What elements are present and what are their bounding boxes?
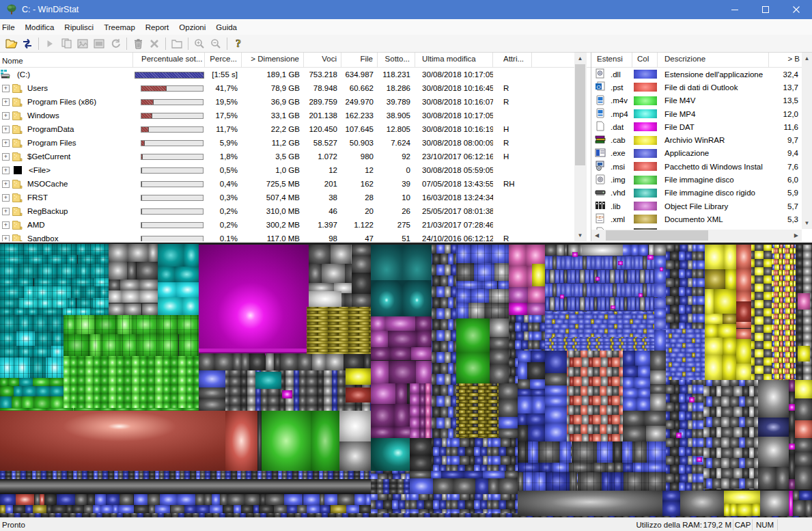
svg-text:?: ? bbox=[236, 38, 241, 49]
svg-text:<e>: <e> bbox=[596, 215, 604, 219]
svg-text:O: O bbox=[596, 84, 600, 90]
